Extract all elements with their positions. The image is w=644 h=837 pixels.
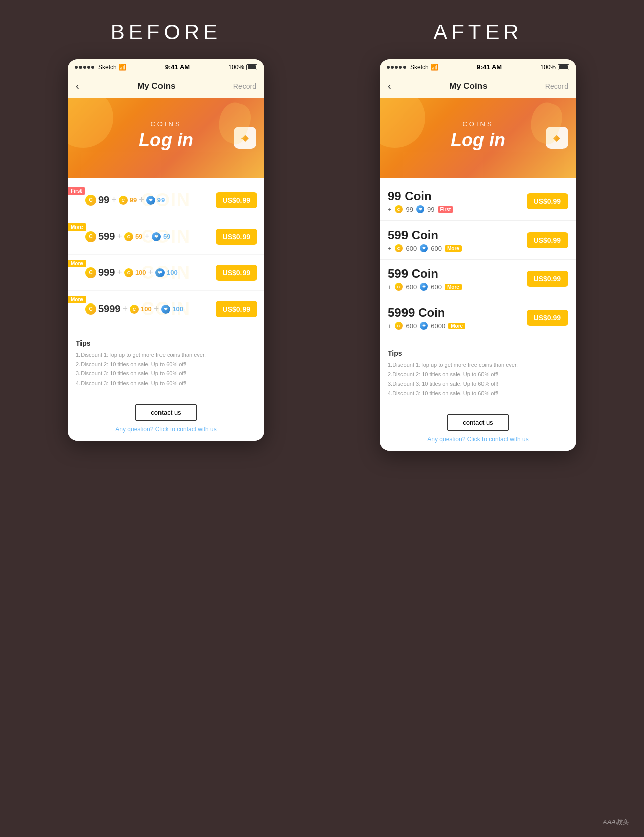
after-bonus-b-1: ❤ (416, 205, 424, 213)
after-bonus-amt-3: 600 (406, 283, 417, 291)
after-battery-pct: 100% (540, 64, 556, 71)
before-record-link[interactable]: Record (233, 82, 256, 90)
after-tip-2: 2.Discount 2: 10 titles on sale. Up to 6… (388, 370, 568, 379)
after-status-bar: Sketch 📶 9:41 AM 100% (380, 59, 576, 75)
before-bonus-amt-4: 100 (141, 305, 152, 313)
after-bonus-b-3: ❤ (420, 283, 428, 291)
after-nav-title: My Coins (449, 81, 488, 91)
after-bonus-blue-2: 600 (431, 245, 442, 252)
before-battery-fill (248, 65, 256, 69)
before-title: BEFORE (111, 20, 222, 44)
before-price-btn-2[interactable]: US$0.99 (216, 229, 257, 245)
before-bonus-amt-3: 100 (135, 269, 146, 276)
before-coin-info-4: C 5999 + C 100 + ❤ 100 (85, 303, 216, 315)
before-item-2: More COIN C 599 + C 59 + ❤ 59 US$0.99 (68, 218, 264, 255)
after-tip-3: 3.Discount 3: 10 titles on sale. Up to 6… (388, 379, 568, 389)
before-price-btn-4[interactable]: US$0.99 (216, 301, 257, 317)
before-bonus-blue-1: ❤ (146, 196, 155, 205)
before-bonus-blue-3: ❤ (155, 268, 165, 277)
after-signal-dots (387, 66, 406, 69)
before-time: 9:41 AM (165, 63, 190, 71)
after-plus-2: + (388, 245, 392, 252)
before-status-bar: Sketch 📶 9:41 AM 100% (68, 59, 264, 75)
before-column: BEFORE Sketch 📶 9:41 AM 100% (20, 20, 312, 441)
after-price-btn-1[interactable]: US$0.99 (527, 193, 568, 209)
before-bonus-yellow-4: C (130, 305, 139, 314)
after-bonus-b-2: ❤ (420, 244, 428, 252)
before-hero-banner: COINS Log in ◆ (68, 98, 264, 178)
after-bonus-blue-4: 6000 (431, 322, 445, 330)
before-tip-2: 2.Discount 2: 10 titles on sale. Up to 6… (76, 360, 256, 369)
before-contact-button[interactable]: contact us (135, 404, 196, 421)
after-badge-3: More (445, 284, 462, 290)
after-item-left-4: 5999 Coin + C 600 ❤ 6000 More (388, 306, 465, 330)
after-badge-2: More (445, 245, 462, 252)
before-status-left: Sketch 📶 (75, 64, 126, 71)
before-bonus-yellow-3: C (124, 268, 133, 277)
after-bonus-blue-3: 600 (431, 283, 442, 291)
before-badge-4: More (68, 296, 86, 303)
after-back-button[interactable]: ‹ (388, 80, 391, 92)
before-coin-info-1: C 99 + C 99 + ❤ 99 (85, 194, 216, 206)
before-tip-3: 3.Discount 3: 10 titles on sale. Up to 6… (76, 369, 256, 378)
before-carrier: Sketch (98, 64, 117, 71)
after-battery-fill (559, 65, 568, 69)
after-coin-name-2: 599 Coin (388, 228, 462, 242)
after-column: AFTER Sketch 📶 9:41 AM 100% (332, 20, 624, 451)
before-wifi-icon: 📶 (119, 64, 126, 71)
before-coin-info-2: C 599 + C 59 + ❤ 59 (85, 231, 216, 242)
after-nav-bar: ‹ My Coins Record (380, 75, 576, 98)
after-price-btn-2[interactable]: US$0.99 (527, 232, 568, 248)
before-plus2-4: + (154, 303, 159, 314)
after-plus-1: + (388, 206, 392, 213)
dot4 (399, 66, 402, 69)
after-price-btn-4[interactable]: US$0.99 (527, 310, 568, 326)
dot3 (395, 66, 398, 69)
after-item-3: 599 Coin + C 600 ❤ 600 More US$0.99 (380, 260, 576, 298)
after-diamond-icon: ◆ (553, 132, 560, 143)
after-battery-area: 100% (540, 64, 569, 71)
before-plus-3: + (117, 267, 122, 278)
after-contact-section: contact us Any question? Click to contac… (380, 406, 576, 451)
after-item-left-2: 599 Coin + C 600 ❤ 600 More (388, 228, 462, 252)
before-price-btn-3[interactable]: US$0.99 (216, 265, 257, 281)
before-diamond-button[interactable]: ◆ (234, 127, 256, 149)
after-bonus-amt-2: 600 (406, 245, 417, 252)
dot1 (387, 66, 390, 69)
after-bonus-b-4: ❤ (420, 322, 428, 330)
before-bonus-amt-1: 99 (130, 196, 137, 204)
before-badge-3: More (68, 260, 86, 267)
before-contact-link[interactable]: Any question? Click to contact with us (115, 426, 216, 433)
after-contact-link[interactable]: Any question? Click to contact with us (427, 436, 528, 443)
dot4 (87, 66, 90, 69)
before-tips-text: 1.Discount 1:Top up to get more free coi… (76, 350, 256, 388)
before-badge-2: More (68, 223, 86, 231)
after-login-title: Log in (451, 130, 505, 151)
dot1 (75, 66, 78, 69)
before-price-btn-1[interactable]: US$0.99 (216, 192, 257, 208)
before-login-title: Log in (139, 130, 193, 151)
before-nav-title: My Coins (137, 81, 176, 91)
before-coin-info-3: C 999 + C 100 + ❤ 100 (85, 267, 216, 278)
dot2 (79, 66, 82, 69)
after-diamond-button[interactable]: ◆ (546, 127, 568, 149)
before-plus2-3: + (148, 267, 154, 278)
after-plus-4: + (388, 322, 392, 330)
after-record-link[interactable]: Record (545, 82, 568, 90)
before-back-button[interactable]: ‹ (76, 80, 79, 92)
after-phone-frame: Sketch 📶 9:41 AM 100% ‹ My Coins Record (380, 59, 576, 451)
before-contact-section: contact us Any question? Click to contac… (68, 396, 264, 441)
after-tips-title: Tips (388, 349, 568, 357)
after-coin-name-1: 99 Coin (388, 189, 453, 203)
after-item-row-1: 99 Coin + C 99 ❤ 99 First US$0.99 (388, 189, 568, 213)
dot3 (83, 66, 86, 69)
before-item-1: First COIN C 99 + C 99 + ❤ 99 US$0.99 (68, 182, 264, 218)
after-hero-banner: COINS Log in ◆ (380, 98, 576, 178)
after-bonus-y-4: C (395, 322, 403, 330)
after-status-left: Sketch 📶 (387, 64, 438, 71)
after-price-btn-3[interactable]: US$0.99 (527, 271, 568, 287)
after-bonus-y-2: C (395, 244, 403, 252)
watermark: AAA教头 (603, 818, 629, 827)
comparison-container: BEFORE Sketch 📶 9:41 AM 100% (20, 20, 624, 451)
after-contact-button[interactable]: contact us (447, 414, 508, 431)
